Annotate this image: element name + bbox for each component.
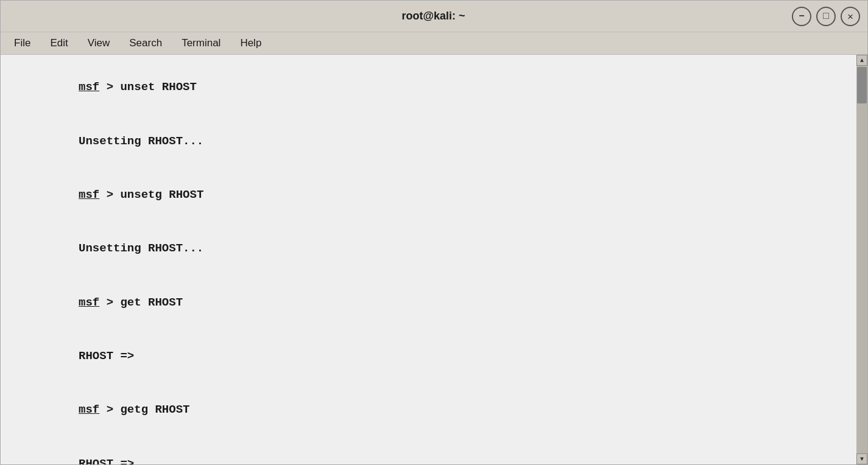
terminal-line-8: RHOST =>	[9, 437, 848, 464]
menu-file[interactable]: File	[5, 35, 39, 52]
scrollbar-thumb[interactable]	[857, 67, 867, 103]
menu-help[interactable]: Help	[231, 35, 270, 52]
output-4: Unsetting RHOST...	[79, 242, 203, 255]
terminal-window: root@kali: ~ − □ ✕ File Edit View Search…	[0, 0, 868, 465]
prompt-7: msf	[79, 403, 99, 416]
window-controls: − □ ✕	[792, 7, 860, 26]
minimize-icon: −	[799, 11, 805, 22]
command-7: > getg RHOST	[99, 403, 189, 416]
prompt-1: msf	[79, 80, 99, 94]
command-3: > unsetg RHOST	[99, 188, 203, 201]
terminal-line-2: Unsetting RHOST...	[9, 114, 848, 168]
maximize-icon: □	[823, 11, 829, 22]
menu-terminal[interactable]: Terminal	[173, 35, 229, 52]
output-8: RHOST =>	[79, 457, 134, 464]
menu-bar: File Edit View Search Terminal Help	[1, 32, 867, 55]
prompt-5: msf	[79, 296, 99, 309]
terminal-line-3: msf > unsetg RHOST	[9, 169, 848, 222]
minimize-button[interactable]: −	[792, 7, 811, 26]
menu-edit[interactable]: Edit	[41, 35, 76, 52]
menu-view[interactable]: View	[79, 35, 119, 52]
terminal-content: msf > unset RHOST Unsetting RHOST... msf…	[9, 61, 848, 458]
menu-search[interactable]: Search	[121, 35, 171, 52]
scrollbar-up-button[interactable]: ▲	[856, 55, 867, 66]
terminal-line-7: msf > getg RHOST	[9, 383, 848, 437]
terminal-line-1: msf > unset RHOST	[9, 61, 848, 114]
window-title: root@kali: ~	[75, 10, 792, 23]
close-button[interactable]: ✕	[841, 7, 860, 26]
prompt-3: msf	[79, 188, 99, 201]
scrollbar[interactable]: ▲ ▼	[856, 55, 867, 464]
terminal-area[interactable]: msf > unset RHOST Unsetting RHOST... msf…	[1, 55, 856, 464]
output-2: Unsetting RHOST...	[79, 135, 203, 148]
scrollbar-down-button[interactable]: ▼	[856, 453, 867, 464]
terminal-line-6: RHOST =>	[9, 330, 848, 383]
command-1: > unset RHOST	[99, 80, 197, 94]
output-6: RHOST =>	[79, 349, 134, 363]
terminal-line-5: msf > get RHOST	[9, 276, 848, 329]
terminal-line-4: Unsetting RHOST...	[9, 222, 848, 276]
close-icon: ✕	[847, 10, 853, 23]
maximize-button[interactable]: □	[816, 7, 836, 26]
command-5: > get RHOST	[99, 296, 183, 309]
title-bar: root@kali: ~ − □ ✕	[1, 1, 867, 32]
